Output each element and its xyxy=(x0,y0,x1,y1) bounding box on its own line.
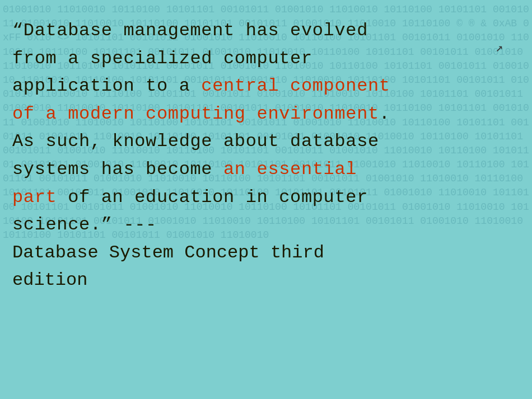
quote-line2: from a specialized computer xyxy=(12,48,312,69)
attribution: Database System Concept third edition xyxy=(12,239,390,294)
content-area: “Database management has evolved from a … xyxy=(0,0,532,399)
quote-line8: science.” --- xyxy=(12,214,157,235)
quote-paragraph: “Database management has evolved from a … xyxy=(12,17,390,239)
quote-line3-start: application to a xyxy=(12,76,201,96)
attribution-line1: Database System Concept third xyxy=(12,242,324,263)
quote-line7-end: of an education in computer xyxy=(57,187,368,208)
quote-highlight-1: central component xyxy=(201,76,390,96)
quote-block: “Database management has evolved from a … xyxy=(12,17,390,294)
quote-line6-start: systems has become xyxy=(12,159,223,180)
attribution-line2: edition xyxy=(12,270,87,290)
quote-highlight-4: part xyxy=(12,187,57,208)
quote-period: . xyxy=(379,104,390,124)
quote-highlight-3: an essential xyxy=(223,159,357,180)
quote-line5: As such, knowledge about database xyxy=(12,131,379,152)
quote-highlight-2: of a modern computing environment xyxy=(12,104,379,124)
quote-line1: “Database management has evolved xyxy=(12,20,368,41)
